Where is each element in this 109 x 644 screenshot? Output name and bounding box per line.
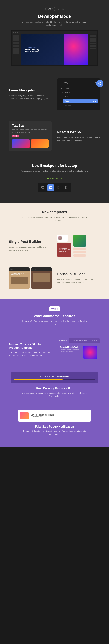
mockup-eyebrow: Website Builder	[23, 46, 41, 48]
bp-laptop-button[interactable]	[47, 184, 54, 191]
nested-sub: Design even more advanced layouts and ma…	[57, 136, 100, 142]
layers-fab-button[interactable]	[96, 80, 103, 87]
producttabs-sub: Use product tabs in single product templ…	[9, 351, 52, 357]
skeleton-line	[73, 251, 86, 253]
hero-title: Developer Mode	[11, 14, 98, 19]
woo-title: WooCommerce Features	[11, 314, 98, 318]
navigator-panel: ⊞Navigator ⊡✕ ▾Section ▾Section⌃ Wrap⌃ W…	[57, 78, 100, 110]
popup-thumb	[20, 412, 29, 420]
tab-content: Essential Plugin Pack Venenatis nascetur…	[57, 343, 100, 362]
delivery-message: You are 50$ short for free delivery.	[14, 375, 95, 378]
chevron-down-icon: ▾	[62, 92, 63, 93]
breakpoint-range: 960px - 1440px	[50, 178, 62, 180]
progress-bar	[14, 379, 95, 380]
version-badge: v27.2	[45, 7, 55, 11]
tab-content-text: Venenatis nascetur amet ante ut potenter…	[60, 349, 81, 352]
nav-item-section[interactable]: ▾Section⌃	[60, 90, 98, 94]
breakpoint-switcher	[38, 183, 71, 192]
popup-line1: Someone bought the product	[31, 414, 54, 416]
skeleton-line	[73, 248, 86, 250]
chevron-up-icon: ⌃	[95, 92, 96, 93]
nav-item-section[interactable]: ▾Section	[60, 86, 98, 90]
mockup-titlebar	[12, 32, 97, 34]
editor-mockup: Website Builder Perfect For Any Kind of …	[11, 30, 98, 66]
bp-tablet-button[interactable]	[55, 184, 62, 191]
svg-rect-1	[42, 187, 44, 188]
avatar-large	[73, 234, 86, 247]
grid-icon: ⊞	[61, 82, 62, 84]
chevron-up-icon: ⌃	[95, 96, 96, 97]
nested-title: Nested Wraps	[57, 130, 100, 134]
singlepost-preview: Congue feugiat tellus eu vitae facilisi …	[57, 234, 100, 257]
woo-logo: WOO	[49, 306, 60, 312]
textbox-card: Text Box Neque tellus neque nam amet. Se…	[9, 121, 52, 151]
bp-desktop-button[interactable]	[39, 184, 46, 191]
visibility-icon[interactable]: 👁	[93, 100, 94, 102]
navigator-panel-title: Navigator	[64, 82, 71, 84]
expand-icon[interactable]: ⊡	[92, 82, 94, 84]
tab-additional[interactable]: Additional Information	[69, 338, 89, 343]
textbox-title: Text Box	[12, 124, 49, 127]
wrap-badge: Wrap	[12, 134, 18, 137]
portfolio-sub: Manage custom single portfolio templates…	[57, 278, 100, 284]
product-tabs: Description Additional Information Revie…	[57, 338, 100, 343]
progress-fill	[14, 379, 63, 380]
portfolio-card: Congue feugiat adipiscing sagittis at di…	[9, 268, 29, 289]
woo-sub: Improve WooCommerce stores even further …	[21, 320, 88, 326]
portfolio-card	[31, 268, 52, 289]
singlepost-title: Single Post Builder	[9, 240, 52, 244]
tab-description[interactable]: Description	[57, 338, 69, 343]
avatar-card	[57, 234, 68, 242]
mockup-hero-image	[64, 34, 89, 65]
templates-title: New templates	[11, 210, 98, 214]
tab-content-title: Essential Plugin Pack	[60, 346, 81, 348]
nav-item-wrap-active[interactable]: Wrap👁▸	[63, 99, 98, 103]
mockup-right-sidebar	[89, 34, 97, 65]
singlepost-sub: Design custom single posts as you like a…	[9, 246, 52, 252]
close-icon[interactable]: ✕	[95, 82, 96, 84]
skeleton-line	[73, 254, 86, 256]
status-dot	[47, 178, 49, 179]
nav-item-wrap[interactable]: Wrap⌃	[60, 94, 98, 98]
delivery-progress-card: You are 50$ short for free delivery.	[11, 372, 98, 384]
bp-mobile-button[interactable]	[63, 184, 70, 191]
navigator-title: Layer Navigator	[9, 88, 52, 92]
popup-sub: Turn potential customers into customers …	[21, 430, 88, 436]
popup-title: Fake Sale Popup Notification	[11, 425, 98, 428]
gradient-thumb	[12, 139, 30, 148]
chevron-down-icon: ▾	[61, 88, 62, 89]
delivery-title: Free Delivery Progress Bar	[11, 387, 98, 390]
producttabs-title: Product Tabs for Single Product Template	[9, 343, 52, 350]
svg-rect-6	[65, 186, 67, 188]
sale-popup: Someone bought the product Future is Now…	[18, 410, 91, 422]
delivery-sub: Increase sales by encouraging customers …	[21, 392, 88, 398]
templates-sub: Build custom templates for both, Single …	[21, 216, 88, 222]
tab-reviews[interactable]: Reviews	[89, 338, 99, 343]
popup-product-link[interactable]: Future is Now	[31, 416, 54, 418]
textbox-lorem: Neque tellus neque nam amet. Sed neque m…	[12, 129, 49, 134]
breakpoint-title: New Breakpoint for Laptop	[11, 164, 98, 168]
mockup-canvas: Website Builder Perfect For Any Kind of …	[20, 34, 89, 65]
mockup-left-sidebar	[12, 34, 20, 65]
breakpoint-sub: An additional breakpoint for laptops all…	[21, 170, 88, 173]
product-image	[83, 346, 97, 358]
svg-marker-0	[99, 82, 101, 84]
cursor-icon: ▸	[95, 100, 96, 102]
portfolio-title: Portfolio Builder	[57, 272, 100, 276]
gradient-thumb	[31, 139, 49, 148]
popup-close-button[interactable]: ✕	[87, 412, 90, 414]
nav-item-columns[interactable]: Columns	[60, 104, 98, 108]
hero-subtitle: Improve your workflow and take it to the…	[21, 20, 88, 27]
portfolio-preview: Congue feugiat adipiscing sagittis at di…	[9, 268, 52, 289]
svg-rect-5	[58, 186, 59, 188]
mockup-headline: Perfect For Any Kind of Website	[23, 48, 41, 53]
svg-rect-3	[49, 187, 52, 188]
navigator-sub: Improved navigator, will provide you wit…	[9, 94, 52, 100]
update-label: Update	[58, 8, 64, 10]
post-card: Congue feugiat tellus eu vitae facilisi …	[57, 243, 71, 257]
